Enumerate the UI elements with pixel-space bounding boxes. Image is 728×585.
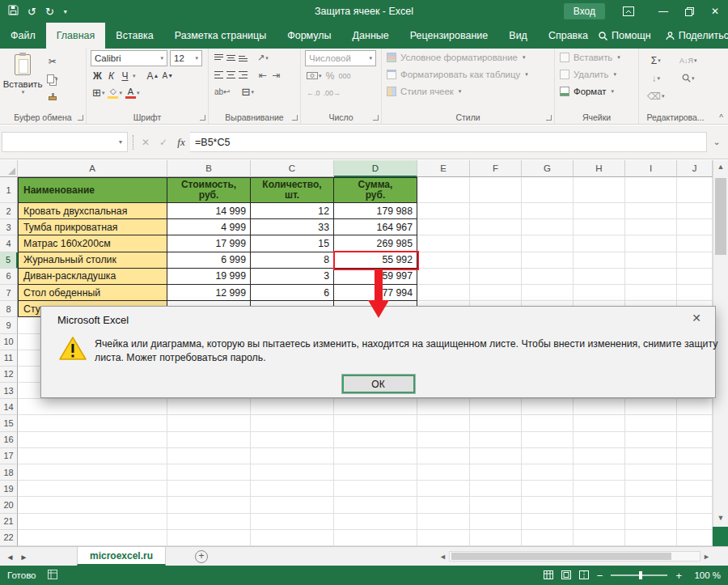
sheet-tab-active[interactable]: microexcel.ru [77, 547, 166, 566]
cell-D3[interactable]: 164 967 [334, 219, 417, 235]
decrease-decimal-button[interactable]: .00→ [322, 85, 343, 100]
row-header-21[interactable]: 21 [0, 514, 18, 530]
cell-I7[interactable] [625, 285, 677, 301]
save-icon[interactable] [8, 5, 19, 18]
redo-icon[interactable]: ↻ [45, 6, 54, 18]
cell-H7[interactable] [574, 285, 625, 301]
select-all-button[interactable] [0, 160, 18, 177]
restore-button[interactable] [676, 0, 702, 23]
vertical-scroll-thumb[interactable] [715, 178, 726, 255]
cell-D16[interactable] [334, 432, 417, 448]
cell-A5[interactable]: Журнальный столик [18, 252, 167, 269]
cell-F6[interactable] [470, 269, 522, 285]
expand-formula-bar-icon[interactable]: ⌄ [707, 137, 726, 147]
ribbon-tab-view[interactable]: Вид [498, 23, 538, 49]
cell-C22[interactable] [251, 530, 334, 546]
row-header-7[interactable]: 7 [0, 285, 18, 301]
cell-G15[interactable] [522, 415, 574, 431]
cell-I6[interactable] [625, 269, 677, 285]
cell-G19[interactable] [522, 481, 574, 497]
row-header-16[interactable]: 16 [0, 432, 18, 448]
ribbon-tab-data[interactable]: Данные [342, 23, 400, 49]
cell-G6[interactable] [522, 269, 574, 285]
cell-G20[interactable] [522, 497, 574, 513]
col-header-E[interactable]: E [417, 160, 470, 177]
cell-C7[interactable]: 6 [251, 285, 334, 301]
cell-I3[interactable] [625, 219, 677, 235]
col-header-D[interactable]: D [334, 160, 417, 177]
font-name-combo[interactable]: Calibri▾ [91, 50, 167, 66]
col-header-F[interactable]: F [470, 160, 522, 177]
col-header-H[interactable]: H [574, 160, 625, 177]
clear-button[interactable]: ⌫▾ [645, 88, 666, 104]
col-header-J[interactable]: J [677, 160, 713, 177]
cell-H15[interactable] [574, 415, 625, 431]
wrap-text-button[interactable]: ab↩ [213, 84, 232, 100]
cell-D18[interactable] [334, 464, 417, 481]
cell-I19[interactable] [625, 481, 677, 497]
format-as-table-button[interactable]: Форматировать как таблицу▾ [382, 66, 554, 83]
cell-A4[interactable]: Матрас 160x200см [18, 235, 167, 252]
name-box[interactable]: ▾ [2, 132, 128, 152]
cell-I21[interactable] [625, 514, 677, 530]
merge-center-button[interactable]: ⊟▾ [240, 84, 256, 100]
cell-I5[interactable] [625, 252, 677, 269]
zoom-slider-thumb[interactable] [639, 571, 642, 579]
cell-E18[interactable] [417, 464, 470, 481]
row-header-11[interactable]: 11 [0, 350, 18, 367]
align-bottom-icon[interactable] [238, 53, 248, 62]
cell-G4[interactable] [522, 235, 574, 252]
cell-A17[interactable] [18, 448, 167, 464]
scroll-up-icon[interactable]: ▲ [713, 163, 728, 171]
cell-A18[interactable] [18, 464, 167, 481]
cell-E14[interactable] [417, 399, 470, 415]
row-header-4[interactable]: 4 [0, 235, 18, 252]
cell-G17[interactable] [522, 448, 574, 464]
cell-E21[interactable] [417, 514, 470, 530]
cell-F16[interactable] [470, 432, 522, 448]
ribbon-tab-review[interactable]: Рецензирование [400, 23, 499, 49]
row-header-20[interactable]: 20 [0, 497, 18, 513]
cell-F17[interactable] [470, 448, 522, 464]
cell-B5[interactable]: 6 999 [167, 252, 251, 269]
cell-H19[interactable] [574, 481, 625, 497]
cell-J1[interactable] [677, 177, 713, 203]
increase-indent-button[interactable]: ⇥ [269, 67, 283, 83]
align-right-icon[interactable] [238, 70, 248, 79]
cell-G18[interactable] [522, 464, 574, 481]
zoom-out-icon[interactable]: − [597, 570, 603, 582]
cell-D4[interactable]: 269 985 [334, 235, 417, 252]
col-header-I[interactable]: I [625, 160, 677, 177]
cell-E4[interactable] [417, 235, 470, 252]
ribbon-tab-insert[interactable]: Вставка [105, 23, 163, 49]
cell-D19[interactable] [334, 481, 417, 497]
cell-A7[interactable]: Стол обеденный [18, 285, 167, 301]
cell-A15[interactable] [18, 415, 167, 431]
find-select-button[interactable]: ▾ [678, 70, 699, 86]
cell-E2[interactable] [417, 203, 470, 219]
row-header-14[interactable]: 14 [0, 399, 18, 415]
paste-dropdown-icon[interactable]: ▾ [22, 89, 25, 95]
cell-B2[interactable]: 14 999 [167, 203, 251, 219]
ribbon-tab-help[interactable]: Справка [538, 23, 599, 49]
horizontal-scrollbar[interactable]: ◄ ► [439, 550, 710, 562]
cell-J17[interactable] [677, 448, 713, 464]
ribbon-tab-formulas[interactable]: Формулы [277, 23, 341, 49]
cell-E16[interactable] [417, 432, 470, 448]
cell-B21[interactable] [167, 514, 251, 530]
dialog-close-icon[interactable]: ✕ [688, 312, 705, 328]
cell-D14[interactable] [334, 399, 417, 415]
cell-D22[interactable] [334, 530, 417, 546]
zoom-slider[interactable] [611, 574, 667, 576]
row-header-15[interactable]: 15 [0, 415, 18, 431]
cell-A16[interactable] [18, 432, 167, 448]
alignment-dialog-launcher[interactable] [292, 115, 298, 121]
cell-A22[interactable] [18, 530, 167, 546]
grow-font-button[interactable]: А▲ [146, 68, 161, 83]
bold-button[interactable]: Ж [91, 68, 104, 83]
delete-cells-button[interactable]: Удалить▾ [555, 66, 638, 83]
cancel-entry-icon[interactable]: ✕ [137, 132, 154, 152]
row-header-12[interactable]: 12 [0, 367, 18, 383]
cell-J19[interactable] [677, 481, 713, 497]
cell-E20[interactable] [417, 497, 470, 513]
